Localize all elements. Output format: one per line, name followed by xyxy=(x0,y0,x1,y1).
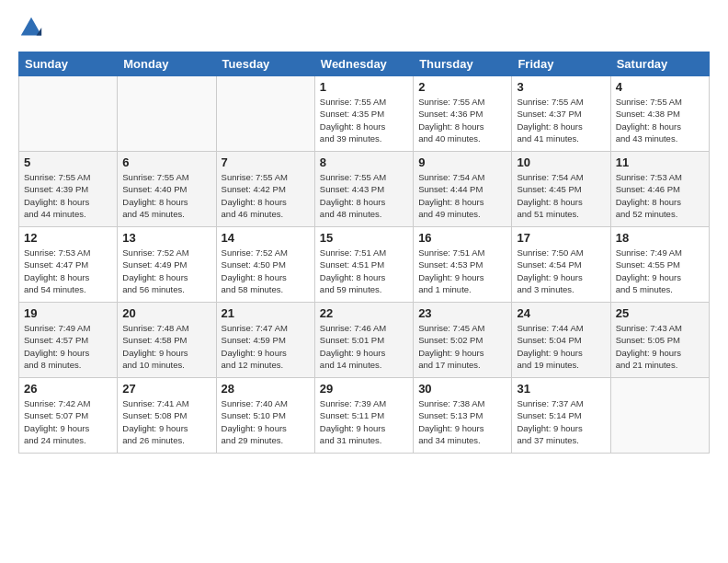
calendar-cell: 23Sunrise: 7:45 AM Sunset: 5:02 PM Dayli… xyxy=(414,303,512,378)
day-number: 10 xyxy=(517,155,605,169)
calendar-cell: 9Sunrise: 7:54 AM Sunset: 4:44 PM Daylig… xyxy=(414,152,512,227)
calendar-cell xyxy=(118,76,216,152)
weekday-header-monday: Monday xyxy=(118,52,216,76)
calendar-cell: 16Sunrise: 7:51 AM Sunset: 4:53 PM Dayli… xyxy=(414,227,512,303)
week-row-4: 19Sunrise: 7:49 AM Sunset: 4:57 PM Dayli… xyxy=(19,303,710,378)
weekday-header-thursday: Thursday xyxy=(414,52,512,76)
day-number: 3 xyxy=(517,80,605,94)
calendar-cell: 18Sunrise: 7:49 AM Sunset: 4:55 PM Dayli… xyxy=(610,227,709,303)
day-info: Sunrise: 7:37 AM Sunset: 5:14 PM Dayligh… xyxy=(517,397,605,446)
day-info: Sunrise: 7:53 AM Sunset: 4:47 PM Dayligh… xyxy=(24,247,112,295)
weekday-header-sunday: Sunday xyxy=(19,52,118,76)
day-info: Sunrise: 7:48 AM Sunset: 4:58 PM Dayligh… xyxy=(122,322,210,371)
day-number: 5 xyxy=(24,155,112,169)
calendar-cell: 14Sunrise: 7:52 AM Sunset: 4:50 PM Dayli… xyxy=(216,227,314,303)
calendar-cell: 25Sunrise: 7:43 AM Sunset: 5:05 PM Dayli… xyxy=(610,303,709,378)
calendar-cell xyxy=(610,378,709,454)
calendar-cell: 7Sunrise: 7:55 AM Sunset: 4:42 PM Daylig… xyxy=(216,152,314,227)
day-number: 25 xyxy=(616,306,704,320)
day-info: Sunrise: 7:55 AM Sunset: 4:39 PM Dayligh… xyxy=(24,171,112,220)
calendar-cell: 20Sunrise: 7:48 AM Sunset: 4:58 PM Dayli… xyxy=(118,303,216,378)
day-info: Sunrise: 7:52 AM Sunset: 4:50 PM Dayligh… xyxy=(222,247,310,295)
weekday-header-friday: Friday xyxy=(512,52,610,76)
day-number: 9 xyxy=(418,155,506,169)
day-info: Sunrise: 7:55 AM Sunset: 4:36 PM Dayligh… xyxy=(418,96,506,144)
day-number: 2 xyxy=(418,80,506,94)
calendar-cell: 12Sunrise: 7:53 AM Sunset: 4:47 PM Dayli… xyxy=(19,227,118,303)
day-info: Sunrise: 7:45 AM Sunset: 5:02 PM Dayligh… xyxy=(418,322,506,371)
calendar-cell: 21Sunrise: 7:47 AM Sunset: 4:59 PM Dayli… xyxy=(216,303,314,378)
weekday-header-row: SundayMondayTuesdayWednesdayThursdayFrid… xyxy=(19,52,710,76)
calendar-cell xyxy=(19,76,118,152)
day-info: Sunrise: 7:38 AM Sunset: 5:13 PM Dayligh… xyxy=(418,397,506,446)
day-number: 24 xyxy=(517,306,605,320)
day-number: 11 xyxy=(616,155,704,169)
weekday-header-tuesday: Tuesday xyxy=(216,52,314,76)
calendar-cell: 5Sunrise: 7:55 AM Sunset: 4:39 PM Daylig… xyxy=(19,152,118,227)
calendar-cell: 4Sunrise: 7:55 AM Sunset: 4:38 PM Daylig… xyxy=(610,76,709,152)
day-number: 28 xyxy=(222,382,310,396)
weekday-header-saturday: Saturday xyxy=(610,52,709,76)
weekday-header-wednesday: Wednesday xyxy=(314,52,413,76)
calendar-cell: 10Sunrise: 7:54 AM Sunset: 4:45 PM Dayli… xyxy=(512,152,610,227)
day-number: 1 xyxy=(320,80,408,94)
logo xyxy=(18,15,48,40)
day-info: Sunrise: 7:47 AM Sunset: 4:59 PM Dayligh… xyxy=(222,322,310,371)
day-info: Sunrise: 7:39 AM Sunset: 5:11 PM Dayligh… xyxy=(320,397,408,446)
day-number: 14 xyxy=(222,231,310,245)
day-info: Sunrise: 7:55 AM Sunset: 4:42 PM Dayligh… xyxy=(222,171,310,220)
day-info: Sunrise: 7:51 AM Sunset: 4:53 PM Dayligh… xyxy=(418,247,506,295)
week-row-1: 1Sunrise: 7:55 AM Sunset: 4:35 PM Daylig… xyxy=(19,76,710,152)
calendar-cell: 26Sunrise: 7:42 AM Sunset: 5:07 PM Dayli… xyxy=(19,378,118,454)
calendar-cell xyxy=(216,76,314,152)
day-info: Sunrise: 7:46 AM Sunset: 5:01 PM Dayligh… xyxy=(320,322,408,371)
calendar: SundayMondayTuesdayWednesdayThursdayFrid… xyxy=(18,52,710,454)
day-number: 23 xyxy=(418,306,506,320)
calendar-cell: 24Sunrise: 7:44 AM Sunset: 5:04 PM Dayli… xyxy=(512,303,610,378)
calendar-cell: 27Sunrise: 7:41 AM Sunset: 5:08 PM Dayli… xyxy=(118,378,216,454)
day-info: Sunrise: 7:54 AM Sunset: 4:44 PM Dayligh… xyxy=(418,171,506,220)
calendar-cell: 15Sunrise: 7:51 AM Sunset: 4:51 PM Dayli… xyxy=(314,227,413,303)
day-info: Sunrise: 7:54 AM Sunset: 4:45 PM Dayligh… xyxy=(517,171,605,220)
day-info: Sunrise: 7:42 AM Sunset: 5:07 PM Dayligh… xyxy=(24,397,112,446)
calendar-cell: 1Sunrise: 7:55 AM Sunset: 4:35 PM Daylig… xyxy=(314,76,413,152)
day-info: Sunrise: 7:55 AM Sunset: 4:40 PM Dayligh… xyxy=(122,171,210,220)
calendar-cell: 17Sunrise: 7:50 AM Sunset: 4:54 PM Dayli… xyxy=(512,227,610,303)
logo-icon xyxy=(18,15,44,40)
day-info: Sunrise: 7:40 AM Sunset: 5:10 PM Dayligh… xyxy=(222,397,310,446)
day-number: 26 xyxy=(24,382,112,396)
day-number: 4 xyxy=(616,80,704,94)
day-info: Sunrise: 7:49 AM Sunset: 4:55 PM Dayligh… xyxy=(616,247,704,295)
calendar-cell: 13Sunrise: 7:52 AM Sunset: 4:49 PM Dayli… xyxy=(118,227,216,303)
week-row-3: 12Sunrise: 7:53 AM Sunset: 4:47 PM Dayli… xyxy=(19,227,710,303)
day-info: Sunrise: 7:55 AM Sunset: 4:38 PM Dayligh… xyxy=(616,96,704,144)
day-number: 22 xyxy=(320,306,408,320)
day-number: 8 xyxy=(320,155,408,169)
day-number: 15 xyxy=(320,231,408,245)
calendar-cell: 8Sunrise: 7:55 AM Sunset: 4:43 PM Daylig… xyxy=(314,152,413,227)
day-number: 17 xyxy=(517,231,605,245)
week-row-2: 5Sunrise: 7:55 AM Sunset: 4:39 PM Daylig… xyxy=(19,152,710,227)
day-number: 27 xyxy=(122,382,210,396)
day-number: 29 xyxy=(320,382,408,396)
day-info: Sunrise: 7:55 AM Sunset: 4:35 PM Dayligh… xyxy=(320,96,408,144)
day-info: Sunrise: 7:53 AM Sunset: 4:46 PM Dayligh… xyxy=(616,171,704,220)
day-number: 19 xyxy=(24,306,112,320)
day-info: Sunrise: 7:44 AM Sunset: 5:04 PM Dayligh… xyxy=(517,322,605,371)
calendar-cell: 28Sunrise: 7:40 AM Sunset: 5:10 PM Dayli… xyxy=(216,378,314,454)
day-number: 12 xyxy=(24,231,112,245)
day-number: 6 xyxy=(122,155,210,169)
week-row-5: 26Sunrise: 7:42 AM Sunset: 5:07 PM Dayli… xyxy=(19,378,710,454)
calendar-cell: 30Sunrise: 7:38 AM Sunset: 5:13 PM Dayli… xyxy=(414,378,512,454)
day-number: 21 xyxy=(222,306,310,320)
calendar-cell: 22Sunrise: 7:46 AM Sunset: 5:01 PM Dayli… xyxy=(314,303,413,378)
day-info: Sunrise: 7:41 AM Sunset: 5:08 PM Dayligh… xyxy=(122,397,210,446)
calendar-cell: 19Sunrise: 7:49 AM Sunset: 4:57 PM Dayli… xyxy=(19,303,118,378)
day-number: 18 xyxy=(616,231,704,245)
day-info: Sunrise: 7:49 AM Sunset: 4:57 PM Dayligh… xyxy=(24,322,112,371)
day-number: 31 xyxy=(517,382,605,396)
calendar-cell: 3Sunrise: 7:55 AM Sunset: 4:37 PM Daylig… xyxy=(512,76,610,152)
calendar-cell: 2Sunrise: 7:55 AM Sunset: 4:36 PM Daylig… xyxy=(414,76,512,152)
page: SundayMondayTuesdayWednesdayThursdayFrid… xyxy=(0,0,728,563)
day-number: 20 xyxy=(122,306,210,320)
